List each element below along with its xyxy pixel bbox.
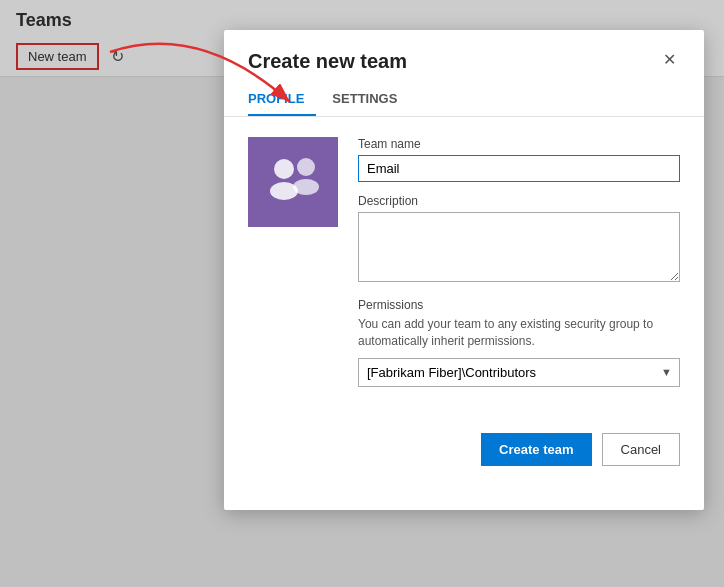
tab-settings[interactable]: SETTINGS [332,83,409,116]
modal-footer: Create team Cancel [224,417,704,482]
svg-point-5 [297,158,315,176]
permissions-select-wrapper: [Fabrikam Fiber]\Contributors [Fabrikam … [358,358,680,387]
team-name-label: Team name [358,137,680,151]
svg-point-3 [274,159,294,179]
modal-header: Create new team ✕ [224,30,704,83]
modal-close-button[interactable]: ✕ [659,50,680,69]
modal-tabs: PROFILE SETTINGS [224,83,704,117]
create-team-button[interactable]: Create team [481,433,591,466]
create-team-modal: Create new team ✕ PROFILE SETTINGS [224,30,704,510]
modal-overlay: Create new team ✕ PROFILE SETTINGS [0,0,724,587]
permissions-description: You can add your team to any existing se… [358,316,680,350]
team-avatar-area [248,137,338,227]
tab-profile[interactable]: PROFILE [248,83,316,116]
permissions-select[interactable]: [Fabrikam Fiber]\Contributors [Fabrikam … [358,358,680,387]
permissions-label: Permissions [358,298,680,312]
form-area: Team name Description Permissions You ca… [358,137,680,387]
team-avatar-icon [258,147,328,217]
description-label: Description [358,194,680,208]
description-textarea[interactable] [358,212,680,282]
modal-body: Team name Description Permissions You ca… [224,117,704,407]
team-name-input[interactable] [358,155,680,182]
svg-point-6 [293,179,319,195]
modal-title: Create new team [248,50,407,73]
cancel-button[interactable]: Cancel [602,433,680,466]
